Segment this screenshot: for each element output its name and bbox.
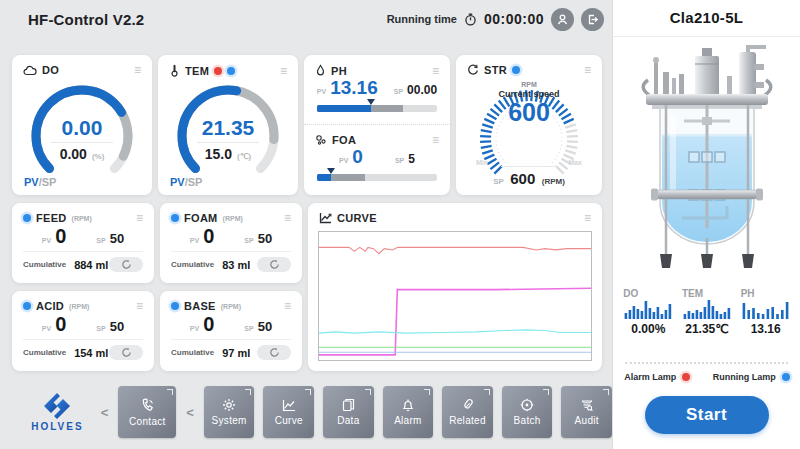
card-menu-icon[interactable]: ≡ <box>280 66 287 76</box>
bottom-nav: HOLVES < Contact < System Curve Data Ala… <box>0 381 612 443</box>
card-menu-icon[interactable]: ≡ <box>136 213 143 223</box>
reset-cumulative-button[interactable] <box>109 257 143 272</box>
heat-status-dot <box>214 67 222 75</box>
feed-pv-value: 0 <box>55 226 66 246</box>
tem-stat: TEM 21.35℃ <box>680 288 734 336</box>
bioreactor-vessel-image <box>632 42 782 282</box>
tem-sp-value: 15.0 <box>205 146 232 162</box>
card-menu-icon[interactable]: ≡ <box>584 65 591 75</box>
pump-status-dot <box>171 214 179 222</box>
pv-label: PV <box>42 325 51 332</box>
sp-label: SP <box>244 325 253 332</box>
card-menu-icon[interactable]: ≡ <box>584 213 591 223</box>
user-account-button[interactable] <box>551 8 574 31</box>
ph-setpoint-marker[interactable] <box>367 99 375 105</box>
brand-logo[interactable]: HOLVES <box>24 392 91 432</box>
panel-stats: DO 0.00% TEM 21.35℃ PH 13.16 <box>613 288 800 336</box>
logout-icon <box>586 13 599 26</box>
chart-line-icon <box>319 212 332 224</box>
nav-button-data[interactable]: Data <box>323 386 374 438</box>
do-pv-value: 0.00 <box>20 117 144 139</box>
pump-status-dot <box>23 302 31 310</box>
card-menu-icon[interactable]: ≡ <box>432 66 439 76</box>
device-panel: Cla210-5L <box>612 0 800 449</box>
base-cumulative-value: 97 ml <box>222 347 250 359</box>
tem-unit: (℃) <box>237 152 251 161</box>
card-menu-icon[interactable]: ≡ <box>432 135 439 145</box>
chart-icon <box>282 399 296 412</box>
rotate-icon <box>467 64 479 76</box>
foa-setpoint-marker[interactable] <box>327 168 335 174</box>
curve-card: CURVE ≡ <box>308 203 602 371</box>
str-gauge-card: STR ≡ RPM Current speed 600 Min Max SP 6… <box>456 55 602 195</box>
foa-pv-value: 0 <box>352 147 363 166</box>
chevron-left-icon[interactable]: < <box>185 405 195 420</box>
phone-icon <box>140 398 155 413</box>
card-menu-icon[interactable]: ≡ <box>136 301 143 311</box>
logout-button[interactable] <box>581 8 604 31</box>
nav-label: Related <box>449 415 486 426</box>
bell-icon <box>401 398 415 412</box>
curve-plot <box>319 232 591 360</box>
refresh-icon <box>269 259 280 270</box>
running-lamp-label: Running Lamp <box>713 372 776 382</box>
card-menu-icon[interactable]: ≡ <box>284 301 291 311</box>
nav-label: Contact <box>129 416 166 427</box>
foa-level-bar <box>317 174 437 181</box>
str-current-speed: 600 <box>456 99 602 125</box>
stat-label: PH <box>741 288 755 299</box>
stat-value: 0.00% <box>631 322 665 336</box>
do-gauge-card: DO ≡ 0.00 0.00(%) PV/SP <box>12 55 152 195</box>
pv-label: PV <box>190 237 199 244</box>
stat-label: DO <box>623 288 638 299</box>
foa-sp-value: 5 <box>408 152 415 166</box>
curve-plot-area[interactable] <box>318 231 592 361</box>
pv-label: PV <box>190 325 199 332</box>
foam-pv-value: 0 <box>203 226 214 246</box>
person-icon <box>556 13 569 26</box>
nav-button-audit[interactable]: Audit <box>561 386 612 438</box>
pump-status-dot <box>23 214 31 222</box>
do-gauge: 0.00 0.00(%) <box>20 79 144 183</box>
nav-button-contact[interactable]: Contact <box>118 386 176 438</box>
pump-unit-label: (RPM) <box>72 215 92 222</box>
pv-label: PV <box>339 157 348 164</box>
acid-pump-card: ACID (RPM) ≡ PV 0 SP 50 Cumulative 154 m… <box>12 291 154 371</box>
base-pump-card: BASE (RPM) ≡ PV 0 SP 50 Cumulative 97 ml <box>160 291 302 371</box>
card-menu-icon[interactable]: ≡ <box>134 65 141 75</box>
card-title: PH <box>331 65 347 77</box>
reset-cumulative-button[interactable] <box>257 257 291 272</box>
ph-pv-value: 13.16 <box>330 78 378 97</box>
app-title: HF-Control V2.2 <box>28 11 144 28</box>
cumulative-label: Cumulative <box>171 260 214 269</box>
start-button[interactable]: Start <box>645 396 769 434</box>
running-lamp-dot <box>782 373 790 381</box>
link-icon <box>461 398 475 412</box>
nav-button-batch[interactable]: Batch <box>502 386 553 438</box>
reset-cumulative-button[interactable] <box>257 345 291 360</box>
nav-button-curve[interactable]: Curve <box>263 386 314 438</box>
tem-gauge-card: TEM ≡ 21.35 15.0(℃) PV/SP <box>158 55 298 195</box>
nav-label: Audit <box>575 415 599 426</box>
card-title: CURVE <box>337 212 377 224</box>
nav-button-related[interactable]: Related <box>442 386 493 438</box>
alarm-lamp: Alarm Lamp <box>624 372 690 382</box>
refresh-icon <box>121 347 132 358</box>
pump-unit-label: (RPM) <box>221 303 241 310</box>
cloud-icon <box>23 65 37 76</box>
tem-gauge: 21.35 15.0(℃) <box>166 79 290 183</box>
alarm-lamp-label: Alarm Lamp <box>624 372 676 382</box>
tem-mini-bar-chart <box>683 299 731 319</box>
top-bar: HF-Control V2.2 Running time 00:00:00 <box>0 0 612 38</box>
nav-button-alarm[interactable]: Alarm <box>383 386 434 438</box>
acid-sp-value: 50 <box>110 319 124 334</box>
stopwatch-icon <box>464 13 477 26</box>
acid-pv-value: 0 <box>55 314 66 334</box>
dotted-divider <box>625 362 788 364</box>
nav-button-system[interactable]: System <box>204 386 255 438</box>
card-menu-icon[interactable]: ≡ <box>284 213 291 223</box>
ph-section: PH ≡ PV 13.16 SP 00.00 <box>304 55 450 125</box>
chevron-left-icon[interactable]: < <box>100 405 110 420</box>
reset-cumulative-button[interactable] <box>109 345 143 360</box>
stat-label: TEM <box>682 288 703 299</box>
